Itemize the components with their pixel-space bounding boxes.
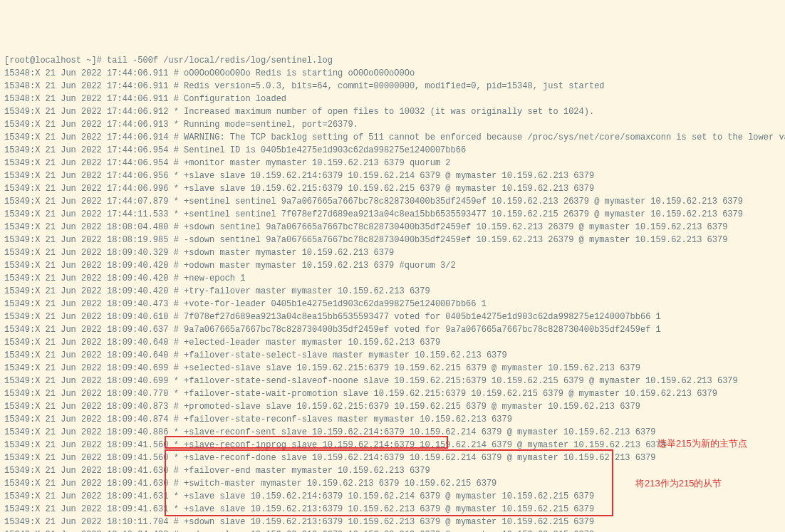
log-line: 15349:X 21 Jun 2022 18:09:40.640 # +elec… <box>4 336 781 349</box>
log-line: 15349:X 21 Jun 2022 18:09:41.631 * +slav… <box>4 490 781 503</box>
log-line: 15349:X 21 Jun 2022 18:09:40.770 * +fail… <box>4 387 781 400</box>
log-line: 15349:X 21 Jun 2022 18:09:40.420 # +new-… <box>4 272 781 285</box>
log-line: 15349:X 21 Jun 2022 18:09:40.699 # +sele… <box>4 362 781 375</box>
log-line: 15349:X 21 Jun 2022 18:09:40.699 * +fail… <box>4 375 781 387</box>
annotation-new-master: 选举215为新的主节点 <box>657 437 747 450</box>
log-line: 15348:X 21 Jun 2022 17:44:06.911 # Redis… <box>4 80 781 93</box>
log-line: 15349:X 21 Jun 2022 18:10:24.430 # -sdow… <box>4 528 781 532</box>
log-line: 15349:X 21 Jun 2022 17:44:06.954 # +moni… <box>4 157 781 169</box>
log-line: 15349:X 21 Jun 2022 17:44:06.912 * Incre… <box>4 105 781 118</box>
log-line: 15349:X 21 Jun 2022 18:09:40.610 # 7f078… <box>4 311 781 323</box>
log-line: 15349:X 21 Jun 2022 17:44:06.954 # Senti… <box>4 144 781 157</box>
log-line: 15349:X 21 Jun 2022 18:09:41.560 * +slav… <box>4 452 781 464</box>
log-line: 15349:X 21 Jun 2022 17:44:06.996 * +slav… <box>4 182 781 195</box>
log-line: 15349:X 21 Jun 2022 17:44:06.913 * Runni… <box>4 118 781 131</box>
log-line: 15349:X 21 Jun 2022 17:44:11.533 * +sent… <box>4 208 781 221</box>
log-line: 15349:X 21 Jun 2022 18:09:40.420 # +odow… <box>4 259 781 272</box>
log-line: 15349:X 21 Jun 2022 17:44:07.879 * +sent… <box>4 195 781 208</box>
log-line: 15349:X 21 Jun 2022 17:44:06.956 * +slav… <box>4 169 781 182</box>
log-line: 15349:X 21 Jun 2022 18:08:04.480 # +sdow… <box>4 221 781 234</box>
log-line: 15349:X 21 Jun 2022 18:08:19.985 # -sdow… <box>4 234 781 246</box>
log-line: 15348:X 21 Jun 2022 17:44:06.911 # oO0Oo… <box>4 67 781 80</box>
log-line: 15349:X 21 Jun 2022 18:09:41.631 * +slav… <box>4 503 781 516</box>
log-line: 15349:X 21 Jun 2022 18:09:40.873 # +prom… <box>4 400 781 413</box>
annotation-slave-of: 将213作为215的从节 <box>635 477 722 490</box>
log-line: 15349:X 21 Jun 2022 18:10:11.704 # +sdow… <box>4 516 781 528</box>
prompt-line: [root@localhost ~]# tail -500f /usr/loca… <box>4 54 781 67</box>
terminal-output: [root@localhost ~]# tail -500f /usr/loca… <box>4 54 781 532</box>
log-line: 15349:X 21 Jun 2022 18:09:40.420 # +try-… <box>4 285 781 298</box>
log-line: 15349:X 21 Jun 2022 17:44:06.914 # WARNI… <box>4 131 781 144</box>
log-line: 15349:X 21 Jun 2022 18:09:40.329 # +sdow… <box>4 246 781 259</box>
log-line: 15349:X 21 Jun 2022 18:09:40.637 # 9a7a0… <box>4 323 781 336</box>
log-line: 15349:X 21 Jun 2022 18:09:41.630 # +fail… <box>4 464 781 477</box>
log-line: 15348:X 21 Jun 2022 17:44:06.911 # Confi… <box>4 93 781 105</box>
log-line: 15349:X 21 Jun 2022 18:09:40.874 # +fail… <box>4 413 781 426</box>
log-line: 15349:X 21 Jun 2022 18:09:40.473 # +vote… <box>4 298 781 311</box>
log-line: 15349:X 21 Jun 2022 18:09:40.640 # +fail… <box>4 349 781 362</box>
